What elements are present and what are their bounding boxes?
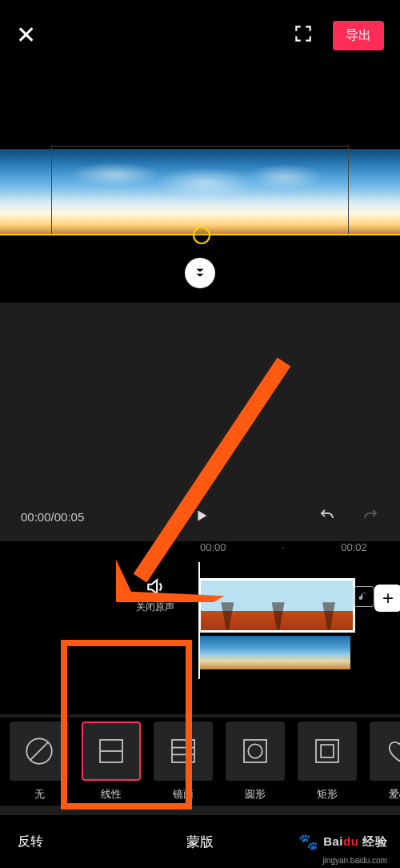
mask-option-none[interactable]: 无 <box>10 721 69 802</box>
preview-clip-cloud <box>48 152 352 208</box>
tiktok-icon[interactable] <box>354 586 374 607</box>
add-clip-button[interactable]: + <box>374 585 400 612</box>
mask-label: 无 <box>34 787 45 802</box>
time-display: 00:00/00:05 <box>21 510 84 524</box>
top-bar: ✕ 导出 <box>0 0 400 70</box>
mute-original-button[interactable]: 关闭原声 <box>136 577 174 614</box>
mask-option-linear[interactable]: 线性 <box>82 721 141 802</box>
mask-option-heart[interactable]: 爱心 <box>370 721 400 802</box>
watermark-sub: jingyan.baidu.com <box>322 856 387 865</box>
svg-rect-11 <box>321 745 334 757</box>
mask-label: 镜面 <box>173 787 194 802</box>
track-clip-1[interactable] <box>198 578 355 633</box>
bottom-bar: 反转 蒙版 🐾 Baidu 经验 jingyan.baidu.com <box>0 815 400 868</box>
mute-label: 关闭原声 <box>136 601 174 614</box>
redo-button[interactable] <box>360 507 379 526</box>
top-right-group: 导出 <box>293 21 384 50</box>
ruler-mark: · <box>282 541 286 562</box>
undo-button[interactable] <box>318 507 338 526</box>
timeline-ruler: 00:00 · 00:02 · <box>0 541 400 562</box>
svg-rect-8 <box>244 740 266 762</box>
mask-option-circle[interactable]: 圆形 <box>226 721 285 802</box>
mask-option-mirror[interactable]: 镜面 <box>154 721 213 802</box>
mask-label: 圆形 <box>245 787 266 802</box>
playback-controls <box>193 507 210 527</box>
svg-point-9 <box>248 744 262 758</box>
mask-option-rect[interactable]: 矩形 <box>298 721 357 802</box>
ruler-mark: 00:00 <box>200 541 226 562</box>
svg-rect-10 <box>316 740 338 762</box>
invert-button[interactable]: 反转 <box>18 834 43 850</box>
mask-label: 矩形 <box>317 787 338 802</box>
mask-label: 爱心 <box>389 787 400 802</box>
play-button[interactable] <box>193 507 210 527</box>
ruler-mark: 00:02 <box>341 541 367 562</box>
history-controls <box>318 507 379 526</box>
svg-rect-5 <box>172 740 194 762</box>
mask-handle[interactable] <box>193 227 210 244</box>
close-icon[interactable]: ✕ <box>16 23 36 47</box>
mask-options-strip: 无 线性 镜面 圆形 矩形 爱心 <box>0 717 400 806</box>
export-button[interactable]: 导出 <box>333 21 384 50</box>
timeline-panel: 关闭原声 + <box>0 562 400 714</box>
track-clip-2[interactable] <box>198 636 350 669</box>
transport-row: 00:00/00:05 <box>0 496 400 536</box>
paw-icon: 🐾 <box>298 832 318 851</box>
expand-down-button[interactable] <box>185 258 215 288</box>
fullscreen-icon[interactable] <box>293 23 314 47</box>
watermark-logo: 🐾 Baidu 经验 <box>298 832 387 851</box>
preview-panel <box>0 70 400 303</box>
mask-label: 线性 <box>101 787 122 802</box>
playhead[interactable] <box>198 562 200 679</box>
svg-line-2 <box>30 742 49 761</box>
panel-title: 蒙版 <box>186 833 214 851</box>
